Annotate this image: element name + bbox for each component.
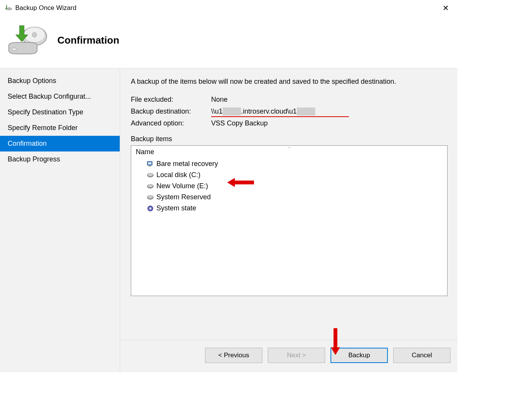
svg-point-4 xyxy=(12,48,16,51)
titlebar: Backup Once Wizard ✕ xyxy=(0,0,457,16)
footer-containter: < Previous Next > Backup Cancel xyxy=(0,340,457,372)
label-backup-items: Backup items xyxy=(131,135,448,143)
label-file-excluded: File excluded: xyxy=(131,96,211,104)
backup-hero-icon xyxy=(4,23,50,57)
disk-icon xyxy=(146,182,154,190)
sidebar-item-backup-options[interactable]: Backup Options xyxy=(0,73,120,89)
list-item-label: System state xyxy=(156,204,196,212)
body: Backup Options Select Backup Configurat.… xyxy=(0,68,457,340)
wizard-steps-sidebar: Backup Options Select Backup Configurat.… xyxy=(0,68,120,340)
label-backup-destination: Backup destination: xyxy=(131,107,211,116)
list-item[interactable]: System Reserved xyxy=(131,192,447,203)
svg-point-13 xyxy=(148,195,153,199)
value-backup-destination: \\u1XXXX.introserv.cloud\u1XXXX xyxy=(211,107,448,116)
intro-text: A backup of the items below will now be … xyxy=(131,77,448,86)
list-item-label: New Volume (E:) xyxy=(156,182,208,190)
svg-rect-6 xyxy=(148,162,151,164)
svg-rect-7 xyxy=(148,166,151,166)
list-item[interactable]: Local disk (C:) xyxy=(131,169,447,181)
app-icon xyxy=(5,4,12,12)
label-advanced-option: Advanced option: xyxy=(131,119,211,127)
row-file-excluded: File excluded: None xyxy=(131,96,448,104)
gear-icon xyxy=(146,205,154,212)
redacted-segment: XXXX xyxy=(297,107,315,116)
disk-icon xyxy=(146,171,154,179)
backup-items-list[interactable]: Name ⌃ Bare metal recovery Local disk (C… xyxy=(131,145,448,296)
computer-icon xyxy=(146,160,154,168)
sidebar-item-remote-folder[interactable]: Specify Remote Folder xyxy=(0,120,120,136)
content-pane: A backup of the items below will now be … xyxy=(120,68,457,340)
list-item-label: Bare metal recovery xyxy=(156,160,218,168)
sidebar-item-confirmation[interactable]: Confirmation xyxy=(0,136,120,151)
list-item[interactable]: Bare metal recovery xyxy=(131,158,447,169)
svg-point-11 xyxy=(148,184,153,187)
window-title: Backup Once Wizard xyxy=(15,4,76,12)
backup-button[interactable]: Backup xyxy=(330,348,388,363)
list-item[interactable]: System state xyxy=(131,203,447,214)
sort-indicator-icon: ⌃ xyxy=(288,147,291,151)
list-item-label: Local disk (C:) xyxy=(156,171,200,179)
previous-button[interactable]: < Previous xyxy=(205,348,262,363)
footer-buttons: < Previous Next > Backup Cancel xyxy=(120,340,457,372)
close-icon: ✕ xyxy=(443,3,449,13)
sidebar-item-backup-progress[interactable]: Backup Progress xyxy=(0,151,120,167)
close-button[interactable]: ✕ xyxy=(438,2,453,14)
svg-point-15 xyxy=(149,207,151,210)
row-advanced-option: Advanced option: VSS Copy Backup xyxy=(131,119,448,127)
redacted-segment: XXXX xyxy=(223,107,241,116)
list-column-name[interactable]: Name ⌃ xyxy=(131,146,447,158)
annotation-underline xyxy=(211,116,349,117)
value-file-excluded: None xyxy=(211,96,448,104)
svg-point-9 xyxy=(148,173,153,176)
list-item-label: System Reserved xyxy=(156,193,211,201)
wizard-window: Backup Once Wizard ✕ Confirmation Backup… xyxy=(0,0,457,372)
next-button: Next > xyxy=(268,348,325,363)
value-advanced-option: VSS Copy Backup xyxy=(211,119,448,127)
page-title: Confirmation xyxy=(57,34,119,46)
wizard-header: Confirmation xyxy=(0,16,457,68)
row-backup-destination: Backup destination: \\u1XXXX.introserv.c… xyxy=(131,107,448,116)
sidebar-item-select-config[interactable]: Select Backup Configurat... xyxy=(0,89,120,104)
cancel-button[interactable]: Cancel xyxy=(393,348,451,363)
disk-icon xyxy=(146,194,154,201)
svg-point-3 xyxy=(32,33,37,37)
svg-point-0 xyxy=(7,8,12,10)
sidebar-item-destination-type[interactable]: Specify Destination Type xyxy=(0,104,120,120)
list-item[interactable]: New Volume (E:) xyxy=(131,181,447,192)
